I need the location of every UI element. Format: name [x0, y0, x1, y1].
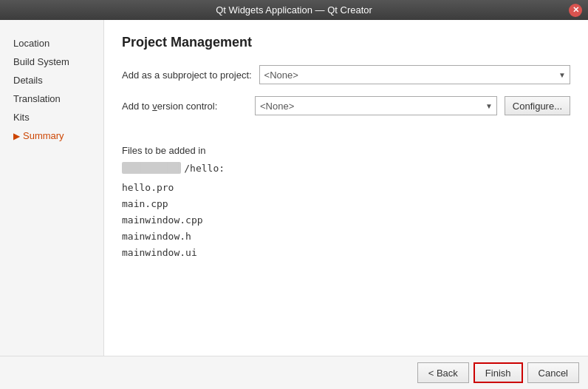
right-panel: Project Management Add as a subproject t… — [103, 20, 588, 356]
title-bar: Qt Widgets Application — Qt Creator ✕ — [0, 0, 588, 20]
sidebar-item-summary[interactable]: ▶ Summary — [12, 127, 96, 144]
back-button[interactable]: < Back — [417, 362, 469, 383]
bottom-bar: < Back Finish Cancel — [0, 356, 588, 389]
kits-label: Kits — [13, 112, 30, 123]
file-item-0: hello.pro — [122, 180, 570, 196]
summary-label: Summary — [23, 130, 64, 141]
files-list: hello.pro main.cpp mainwindow.cpp mainwi… — [122, 180, 570, 261]
file-item-2: mainwindow.cpp — [122, 212, 570, 229]
version-control-row: Add to version control: <None> ▼ Configu… — [122, 96, 570, 115]
file-item-1: main.cpp — [122, 196, 570, 212]
sidebar-item-kits[interactable]: Kits — [12, 109, 96, 126]
active-arrow-icon: ▶ — [13, 131, 20, 141]
panel-title: Project Management — [122, 35, 570, 50]
location-label: Location — [13, 38, 49, 49]
configure-button[interactable]: Configure... — [505, 96, 570, 115]
details-label: Details — [13, 75, 43, 86]
file-item-4: mainwindow.ui — [122, 245, 570, 261]
subproject-label: Add as a subproject to project: — [122, 70, 252, 81]
version-control-select[interactable]: <None> — [255, 96, 497, 115]
subproject-select-wrapper: <None> ▼ — [259, 65, 570, 84]
build-system-label: Build System — [13, 56, 69, 67]
sidebar: Location Build System Details Translatio… — [0, 20, 103, 356]
path-suffix: /hello: — [184, 163, 225, 174]
version-control-select-wrapper: <None> ▼ — [255, 96, 497, 115]
sidebar-item-translation[interactable]: Translation — [12, 90, 96, 107]
version-control-label: Add to version control: — [122, 101, 247, 112]
translation-label: Translation — [13, 93, 61, 104]
close-button[interactable]: ✕ — [569, 4, 582, 17]
finish-button[interactable]: Finish — [474, 362, 523, 383]
cancel-button[interactable]: Cancel — [527, 362, 579, 383]
window-title: Qt Widgets Application — Qt Creator — [216, 4, 372, 16]
subproject-row: Add as a subproject to project: <None> ▼ — [122, 65, 570, 84]
main-content: Location Build System Details Translatio… — [0, 20, 588, 356]
file-item-3: mainwindow.h — [122, 229, 570, 245]
sidebar-item-details[interactable]: Details — [12, 72, 96, 89]
files-path: ██████████ /hello: — [122, 162, 570, 174]
subproject-select[interactable]: <None> — [259, 65, 570, 84]
files-label: Files to be added in — [122, 145, 570, 156]
files-section: Files to be added in ██████████ /hello: … — [122, 145, 570, 261]
sidebar-item-location[interactable]: Location — [12, 35, 96, 52]
sidebar-item-build-system[interactable]: Build System — [12, 53, 96, 70]
path-blurred: ██████████ — [122, 162, 181, 174]
